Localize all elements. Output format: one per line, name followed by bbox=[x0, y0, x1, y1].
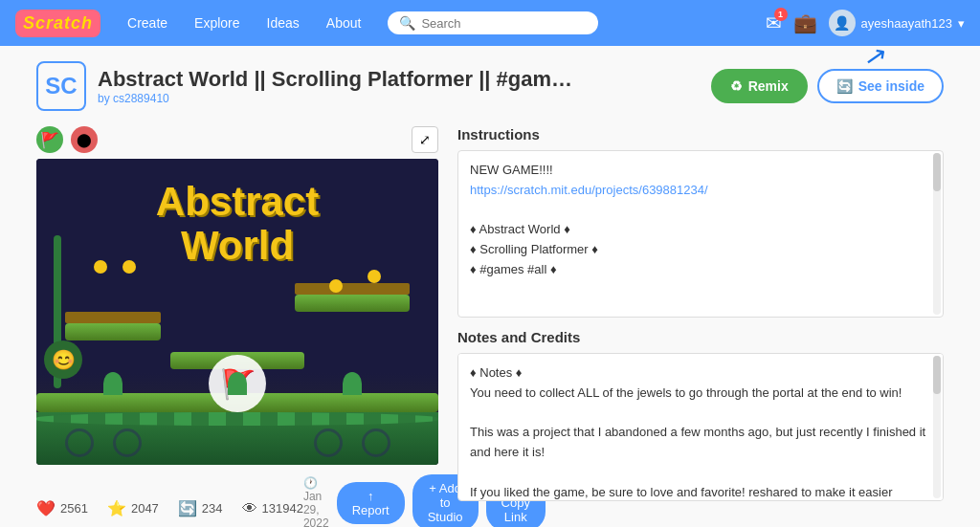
notes-title: Notes and Credits bbox=[457, 329, 944, 345]
instructions-link[interactable]: https://scratch.mit.edu/projects/6398812… bbox=[470, 183, 708, 197]
scratch-logo[interactable]: Scratch bbox=[15, 10, 100, 37]
project-actions: ↗ ♻ Remix 🔄 See inside bbox=[711, 69, 944, 103]
notes-line3: This was a project that I abandoned a fe… bbox=[470, 423, 931, 463]
remix-button[interactable]: ♻ Remix bbox=[711, 69, 808, 103]
remix-count-icon: 🔄 bbox=[178, 499, 197, 517]
game-background: Abstract World bbox=[36, 159, 438, 465]
nav-right: ✉ 1 💼 👤 ayeshaayath123 ▾ bbox=[766, 10, 965, 36]
nav-ideas[interactable]: Ideas bbox=[256, 10, 311, 36]
star-icon: ⭐ bbox=[107, 499, 126, 517]
nav-links: Create Explore Ideas About bbox=[116, 10, 372, 36]
lower-area: 🚩 ⬤ ⤢ Abstract World bbox=[36, 126, 944, 527]
see-inside-label: See inside bbox=[858, 78, 924, 94]
views-count: 131942 bbox=[262, 501, 303, 516]
instructions-title: Instructions bbox=[457, 126, 944, 143]
bottom-row: ❤️ 2561 ⭐ 2047 🔄 234 👁 131942 bbox=[36, 474, 438, 527]
favorites-count: 2047 bbox=[131, 501, 159, 516]
green-flag-button[interactable]: 🚩 bbox=[36, 126, 63, 153]
plant-2 bbox=[228, 372, 247, 395]
scrollbar-track-instructions[interactable] bbox=[933, 153, 941, 315]
search-icon: 🔍 bbox=[399, 15, 415, 31]
instructions-line5: ♦ #games #all ♦ bbox=[470, 260, 931, 280]
see-inside-button[interactable]: 🔄 See inside bbox=[817, 69, 944, 103]
project-author[interactable]: by cs2889410 bbox=[98, 92, 700, 105]
circle-deco-1 bbox=[65, 428, 94, 457]
fullscreen-button[interactable]: ⤢ bbox=[412, 126, 438, 153]
stop-button[interactable]: ⬤ bbox=[71, 126, 98, 153]
right-panel: Instructions NEW GAME!!!! https://scratc… bbox=[457, 126, 944, 527]
scrollbar-thumb-instructions[interactable] bbox=[933, 153, 941, 191]
circle-deco-4 bbox=[314, 428, 343, 457]
user-menu[interactable]: 👤 ayeshaayath123 ▾ bbox=[829, 10, 965, 36]
platform-right-dirt bbox=[295, 283, 410, 295]
instructions-line4: ♦ Scrolling Platformer ♦ bbox=[470, 240, 931, 260]
scrollbar-thumb-notes[interactable] bbox=[933, 356, 941, 394]
project-icon: SC bbox=[36, 61, 86, 111]
publish-date: 🕐 Jan 29, 2022 bbox=[303, 476, 329, 528]
notes-line2: You need to collect ALL of the jewels to… bbox=[470, 384, 931, 404]
nav-explore[interactable]: Explore bbox=[183, 10, 251, 36]
game-canvas[interactable]: Abstract World bbox=[36, 159, 438, 465]
gem-3 bbox=[329, 279, 343, 293]
notification-badge: 1 bbox=[774, 8, 788, 21]
gem-2 bbox=[122, 260, 136, 274]
project-title: Abstract World || Scrolling Platformer |… bbox=[98, 67, 576, 92]
water-waves bbox=[36, 412, 438, 426]
chevron-down-icon: ▾ bbox=[958, 16, 965, 31]
search-bar[interactable]: 🔍 bbox=[388, 11, 598, 34]
instructions-line1: NEW GAME!!!! bbox=[470, 161, 931, 181]
briefcase-icon[interactable]: 💼 bbox=[793, 11, 817, 34]
platform-left bbox=[65, 323, 161, 340]
nav-create[interactable]: Create bbox=[116, 10, 179, 36]
remixes-count: 234 bbox=[202, 501, 223, 516]
platform-left-dirt bbox=[65, 312, 161, 323]
plant-3 bbox=[343, 372, 362, 395]
game-controls: 🚩 ⬤ ⤢ bbox=[36, 126, 438, 153]
notes-content: ♦ Notes ♦ You need to collect ALL of the… bbox=[470, 363, 931, 501]
instructions-box[interactable]: NEW GAME!!!! https://scratch.mit.edu/pro… bbox=[457, 150, 944, 318]
notes-line1: ♦ Notes ♦ bbox=[470, 363, 931, 384]
stats-bar: ❤️ 2561 ⭐ 2047 🔄 234 👁 131942 bbox=[36, 492, 303, 525]
character-smiley: 😊 bbox=[44, 340, 82, 379]
notes-box[interactable]: ♦ Notes ♦ You need to collect ALL of the… bbox=[457, 353, 944, 501]
instructions-line3: ♦ Abstract World ♦ bbox=[470, 220, 931, 240]
avatar: 👤 bbox=[829, 10, 856, 36]
favorites-stat: ⭐ 2047 bbox=[107, 499, 159, 517]
remixes-stat: 🔄 234 bbox=[178, 499, 223, 517]
circle-deco-2 bbox=[113, 428, 142, 457]
circle-deco-3 bbox=[362, 428, 390, 457]
messages-icon[interactable]: ✉ 1 bbox=[766, 11, 782, 34]
scrollbar-track-notes[interactable] bbox=[933, 356, 941, 498]
heart-icon: ❤️ bbox=[36, 499, 56, 517]
gem-1 bbox=[94, 260, 107, 274]
platform-right bbox=[295, 295, 410, 312]
remix-icon: ♻ bbox=[730, 78, 743, 94]
eye-icon: 👁 bbox=[242, 500, 257, 517]
plant-1 bbox=[103, 372, 122, 395]
username-label: ayeshaayath123 bbox=[861, 16, 952, 31]
nav-about[interactable]: About bbox=[315, 10, 373, 36]
see-inside-icon: 🔄 bbox=[836, 78, 853, 94]
main-content: SC Abstract World || Scrolling Platforme… bbox=[21, 46, 959, 527]
remix-label: Remix bbox=[748, 78, 789, 94]
project-header: SC Abstract World || Scrolling Platforme… bbox=[36, 61, 944, 111]
game-title: Abstract World bbox=[156, 180, 319, 268]
gem-4 bbox=[368, 270, 381, 283]
section-divider: Notes and Credits bbox=[457, 329, 944, 345]
project-title-block: Abstract World || Scrolling Platformer |… bbox=[98, 67, 700, 105]
search-input[interactable] bbox=[421, 16, 587, 31]
navbar: Scratch Create Explore Ideas About 🔍 ✉ 1… bbox=[0, 0, 980, 46]
instructions-content: NEW GAME!!!! https://scratch.mit.edu/pro… bbox=[470, 161, 931, 280]
loves-count: 2561 bbox=[60, 501, 88, 516]
notes-line4: If you liked the game, be sure to love a… bbox=[470, 483, 931, 501]
report-button[interactable]: ↑ Report bbox=[337, 482, 405, 524]
game-panel: 🚩 ⬤ ⤢ Abstract World bbox=[36, 126, 438, 527]
project-icon-letters: SC bbox=[45, 73, 77, 99]
views-stat: 👁 131942 bbox=[242, 500, 303, 517]
loves-stat: ❤️ 2561 bbox=[36, 499, 88, 517]
